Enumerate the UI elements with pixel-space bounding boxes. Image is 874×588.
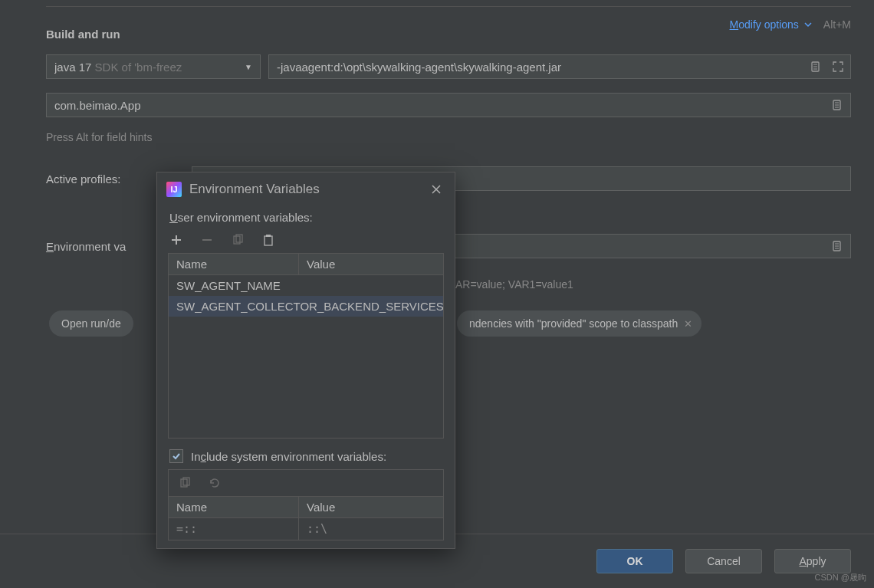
ok-button[interactable]: OK bbox=[596, 549, 673, 573]
fullscreen-icon[interactable] bbox=[830, 59, 846, 74]
expand-field-icon[interactable] bbox=[809, 59, 824, 74]
svg-rect-15 bbox=[266, 235, 271, 237]
include-system-checkbox-row[interactable]: Include system environment variables: bbox=[157, 439, 455, 469]
table-header: Name Value bbox=[169, 254, 443, 275]
close-dialog-button[interactable] bbox=[427, 180, 445, 199]
copy-icon[interactable] bbox=[176, 475, 193, 491]
user-env-label: User environment variables: bbox=[157, 203, 455, 228]
watermark: CSDN @晟昫 bbox=[815, 572, 866, 583]
sys-col-name-header[interactable]: Name bbox=[169, 497, 299, 517]
col-name-header[interactable]: Name bbox=[169, 254, 299, 274]
env-variables-dialog: IJ Environment Variables User environmen… bbox=[156, 172, 455, 549]
apply-button[interactable]: Apply bbox=[774, 549, 851, 573]
add-icon[interactable] bbox=[168, 232, 185, 248]
chevron-down-icon: ▼ bbox=[245, 63, 252, 71]
table-row[interactable]: SW_AGENT_NAME bbox=[169, 275, 443, 296]
user-env-toolbar bbox=[157, 228, 455, 253]
user-env-table[interactable]: Name Value SW_AGENT_NAME SW_AGENT_COLLEC… bbox=[168, 253, 444, 439]
main-class-field[interactable]: com.beimao.App bbox=[46, 93, 851, 117]
modify-options[interactable]: Modify options Alt+M bbox=[730, 18, 851, 31]
table-row[interactable]: SW_AGENT_COLLECTOR_BACKEND_SERVICES bbox=[169, 296, 443, 317]
checkbox-checked-icon[interactable] bbox=[169, 449, 183, 463]
system-env-table: Name Value =:: ::\ bbox=[168, 469, 444, 540]
browse-icon[interactable] bbox=[830, 238, 846, 254]
section-title: Build and run bbox=[46, 28, 120, 41]
dialog-titlebar: IJ Environment Variables bbox=[157, 172, 455, 203]
include-system-label: Include system environment variables: bbox=[191, 450, 386, 463]
svg-rect-14 bbox=[264, 236, 272, 245]
close-icon[interactable]: ✕ bbox=[684, 318, 692, 330]
sys-col-value-header[interactable]: Value bbox=[299, 497, 443, 517]
jdk-selector[interactable]: java 17 SDK of 'bm-freez ▼ bbox=[46, 54, 261, 79]
intellij-icon: IJ bbox=[166, 182, 182, 197]
cancel-button[interactable]: Cancel bbox=[685, 549, 762, 573]
vm-options-field[interactable]: -javaagent:d:\opt\skywalking-agent\skywa… bbox=[268, 54, 851, 79]
paste-icon[interactable] bbox=[260, 232, 277, 248]
top-divider bbox=[46, 6, 851, 7]
table-row[interactable]: =:: ::\ bbox=[169, 518, 443, 540]
option-pill-open-run[interactable]: Open run/de bbox=[49, 310, 133, 337]
col-value-header[interactable]: Value bbox=[299, 254, 443, 274]
remove-icon[interactable] bbox=[199, 232, 215, 248]
copy-icon[interactable] bbox=[229, 232, 246, 248]
dialog-title: Environment Variables bbox=[189, 182, 320, 197]
undo-icon[interactable] bbox=[205, 475, 222, 491]
field-hint: Press Alt for field hints bbox=[46, 131, 851, 143]
option-pill-provided-scope[interactable]: ndencies with "provided" scope to classp… bbox=[457, 310, 702, 337]
chevron-down-icon bbox=[803, 20, 813, 29]
expand-field-icon[interactable] bbox=[830, 97, 846, 113]
env-placeholder-hint: AR=value; VAR1=value1 bbox=[455, 278, 573, 291]
shortcut-hint: Alt+M bbox=[823, 18, 851, 31]
